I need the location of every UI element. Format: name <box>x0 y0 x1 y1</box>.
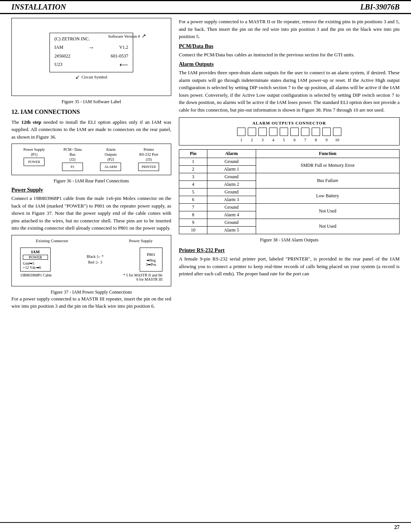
fig36-block-printer: PrinterRS-232 Port(J3) PRINTER <box>138 147 159 172</box>
connector-pins-row <box>182 128 396 136</box>
fig35-caption: Figure 35 - IAM Software Label <box>11 99 171 105</box>
fig36-block-power: Power Supply(P1) POWER <box>24 147 45 167</box>
pin-3-cell: 3 <box>179 173 207 181</box>
function-not-used-2: Not Used <box>256 219 399 234</box>
table-row: 1 Ground SMDR Full or Memory Error <box>179 158 400 166</box>
alarm-3-ground: Ground <box>207 189 256 196</box>
pin-num-7: 7 <box>301 137 309 142</box>
table-row: 5 Ground Low Battery <box>179 189 400 196</box>
table-row: 9 Ground Not Used <box>179 219 400 227</box>
circuit-symbol-label: ↙ Circuit Symbol <box>21 74 161 80</box>
fig36-rect-alarm: ALARM <box>100 163 121 171</box>
pin-6-square <box>290 128 299 136</box>
function-bus-failure: Bus Failure <box>256 173 399 189</box>
fig37-power-label: POWER <box>23 255 48 260</box>
alarm-table: Pin Alarm Function 1 Ground SMDR Full or… <box>179 149 400 234</box>
pin-2-cell: 2 <box>179 166 207 173</box>
page-header: INSTALLATION LBI-39076B <box>0 0 411 14</box>
table-row: 3 Ground Bus Failure <box>179 173 400 181</box>
fig35-row4: U23 ⟵ <box>54 60 128 70</box>
right-column: For a power supply connected to a MASTR … <box>179 18 400 518</box>
alarm-fig-caption: Figure 38 - IAM Alarm Outputs <box>179 237 400 243</box>
pin-num-5: 5 <box>280 137 288 142</box>
function-not-used-1: Not Used <box>256 204 399 219</box>
pin-num-3: 3 <box>258 137 267 142</box>
fig36-caption: Figure 36 - IAM Rear Panel Connections <box>11 178 171 184</box>
alarm-2-cell: Alarm 2 <box>207 181 256 189</box>
pin-num-1: 1 <box>237 137 245 142</box>
printer-rs232-heading: Printer RS-232 Port <box>179 248 400 254</box>
function-low-battery: Low Battery <box>256 189 399 204</box>
mastr2-text: For a power supply connected to a MASTR … <box>179 18 400 40</box>
pin-10-cell: 10 <box>179 227 207 234</box>
pin-5-square <box>280 128 288 136</box>
fig37-footnote-area: 19B803968P1 Cable * 5 for MASTR II and I… <box>16 272 166 281</box>
left-column: Software Version # ↗ (C) ZETRON INC. IAM… <box>11 18 171 518</box>
alarm-connector-title: ALARM OUTPUTS CONNECTOR <box>182 121 396 125</box>
pin-num-10: 10 <box>333 137 341 142</box>
page-number: 27 <box>394 524 400 530</box>
fig37-p801-box: P801 ➡Neg 3➡Pos <box>140 248 162 272</box>
fig36-block-pcm: PCM / DataBus(J2) P2 <box>62 147 83 172</box>
figure-35-container: Software Version # ↗ (C) ZETRON INC. IAM… <box>11 18 171 96</box>
alarm-2-ground: Ground <box>207 173 256 181</box>
alarm-table-function-header: Function <box>256 150 399 158</box>
page: INSTALLATION LBI-39076B Software Version… <box>0 0 411 532</box>
alarm-outputs-heading: Alarm Outputs <box>179 61 400 67</box>
pin-5-cell: 5 <box>179 189 207 196</box>
fig36-inner: Power Supply(P1) POWER PCM / DataBus(J2)… <box>15 147 168 172</box>
pin-num-9: 9 <box>322 137 331 142</box>
figure-36-container: Power Supply(P1) POWER PCM / DataBus(J2)… <box>11 144 171 175</box>
pin-num-2: 2 <box>248 137 256 142</box>
fig37-iam-box: IAM POWER Gnd➡5 +12 Vdc➡6 <box>20 248 51 272</box>
fig37-gnd-line: Gnd➡5 <box>23 261 48 265</box>
pin-10-square <box>333 128 341 136</box>
fig36-rect-pcm: P2 <box>62 163 83 171</box>
pin-8-cell: 8 <box>179 211 207 219</box>
pin-9-square <box>322 128 331 136</box>
software-label-outer: Software Version # ↗ (C) ZETRON INC. IAM… <box>16 22 167 92</box>
main-content: Software Version # ↗ (C) ZETRON INC. IAM… <box>0 14 411 522</box>
fig36-rect-printer: PRINTER <box>138 163 159 171</box>
pin-1-square <box>237 128 245 136</box>
fig37-wires: Black ▷ * Red ▷ 3 <box>51 248 140 272</box>
pin-1-cell: 1 <box>179 158 207 166</box>
section-12-text: The 12th step needed to install the ELI … <box>11 118 171 141</box>
alarm-table-alarm-header: Alarm <box>207 150 256 158</box>
fig35-row2: IAM → V1.2 <box>54 43 128 53</box>
pin-num-6: 6 <box>290 137 299 142</box>
alarm-5-ground: Ground <box>207 219 256 227</box>
table-row: 7 Ground Not Used <box>179 204 400 211</box>
power-supply-text: Connect a 19B803968P1 cable from the mal… <box>11 195 171 232</box>
pcm-data-bus-text: Connect the PCM/Data bus cables as instr… <box>179 51 400 59</box>
fig36-rect-power: POWER <box>24 158 45 166</box>
alarm-5-cell: Alarm 5 <box>207 227 256 234</box>
fig35-row3: 2#56022 601-0537 <box>54 53 128 60</box>
alarm-4-ground: Ground <box>207 204 256 211</box>
header-doc-number: LBI-39076B <box>360 3 400 11</box>
pin-6-cell: 6 <box>179 196 207 204</box>
pin-num-8: 8 <box>312 137 320 142</box>
pin-4-square <box>269 128 277 136</box>
pin-7-cell: 7 <box>179 204 207 211</box>
alarm-connector-figure: ALARM OUTPUTS CONNECTOR 1 2 3 <box>179 117 400 145</box>
pin-8-square <box>312 128 320 136</box>
function-smdr: SMDR Full or Memory Error <box>256 158 399 173</box>
alarm-1-cell: Alarm 1 <box>207 166 256 173</box>
pin-3-square <box>258 128 267 136</box>
printer-rs232-text: A female 9-pin RS-232 serial printer por… <box>179 255 400 278</box>
fig37-caption: Figure 37 - IAM Power Supply Connections <box>11 289 171 295</box>
pin-2-square <box>248 128 256 136</box>
pin-7-square <box>301 128 309 136</box>
alarm-table-pin-header: Pin <box>179 150 207 158</box>
fig36-block-alarm: AlarmOutputs(P2) ALARM <box>100 147 121 172</box>
header-installation: INSTALLATION <box>11 3 66 11</box>
fig37-wire-diagram: IAM POWER Gnd➡5 +12 Vdc➡6 <box>15 240 168 283</box>
alarm-1-ground: Ground <box>207 158 256 166</box>
alarm-3-cell: Alarm 3 <box>207 196 256 204</box>
power-supply-heading: Power Supply <box>11 187 171 193</box>
pin-num-4: 4 <box>269 137 277 142</box>
fig37-12v-line: +12 Vdc➡6 <box>23 265 48 270</box>
section-12-heading: 12. IAM CONNECTIONS <box>11 109 171 115</box>
pin-numbers-row: 1 2 3 4 5 6 7 8 9 10 <box>182 137 396 142</box>
